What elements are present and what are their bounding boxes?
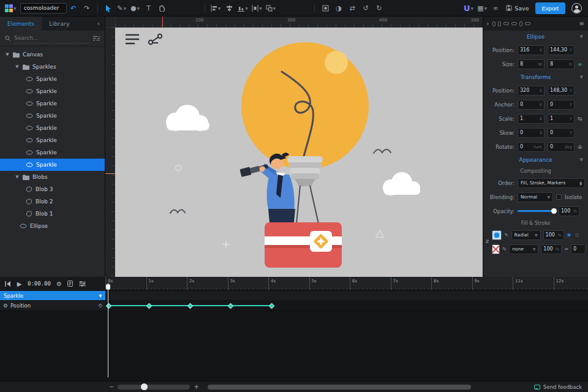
fill-color-swatch[interactable] bbox=[492, 230, 502, 240]
track-header-sparkle[interactable]: Sparkle ▼ bbox=[0, 291, 105, 300]
panel-menu-icon[interactable]: ≡ bbox=[579, 20, 585, 27]
chevron-down-icon[interactable]: ▼ bbox=[99, 293, 102, 298]
timeline-settings-button[interactable]: ⚙ bbox=[54, 277, 64, 290]
stroke-color-swatch[interactable] bbox=[492, 244, 500, 254]
cloud-right[interactable] bbox=[383, 172, 420, 195]
tree-item[interactable]: Sparkle bbox=[0, 134, 105, 146]
transform-y-input[interactable]: 148,30Y bbox=[548, 86, 575, 96]
basket[interactable] bbox=[265, 222, 342, 268]
keyframe-editor-button[interactable] bbox=[66, 277, 76, 290]
stroke-width-icon[interactable]: ≡ bbox=[564, 248, 568, 250]
chevron-down-icon[interactable]: ▼ bbox=[15, 175, 20, 179]
play-button[interactable]: ▶ bbox=[14, 277, 24, 290]
timeline-zoom-slider[interactable] bbox=[118, 385, 190, 390]
pen-tool-button[interactable]: ✎▼ bbox=[115, 0, 129, 17]
rotate-cw-button[interactable]: ↻ bbox=[372, 0, 386, 17]
opacity-input[interactable]: 100 % bbox=[559, 206, 579, 216]
fill-opacity-input[interactable]: 100 % bbox=[543, 230, 564, 240]
slider-knob[interactable] bbox=[551, 208, 557, 214]
scale-x-input[interactable]: 1X bbox=[518, 114, 545, 124]
isolate-checkbox[interactable] bbox=[556, 194, 562, 200]
rotate-deg-input[interactable]: 0deg bbox=[548, 142, 575, 152]
flip-button[interactable]: ⇄ bbox=[345, 0, 359, 17]
align-bottom-button[interactable]: ▼ bbox=[236, 0, 250, 17]
preset-icon[interactable] bbox=[519, 21, 522, 26]
keyframe-track[interactable] bbox=[105, 301, 588, 310]
tree-item-folder[interactable]: ▼ Sparkles bbox=[0, 61, 105, 73]
keyframe-diamond[interactable] bbox=[105, 303, 111, 309]
star-outline-icon[interactable]: ☆ bbox=[575, 232, 580, 238]
vertical-ruler[interactable] bbox=[105, 28, 115, 277]
share-nodes-icon[interactable] bbox=[149, 34, 162, 44]
tree-item-selected[interactable]: Sparkle bbox=[0, 159, 105, 171]
edit-stroke-icon[interactable]: ✎ bbox=[502, 246, 507, 252]
scale-y-input[interactable]: 1Y bbox=[548, 114, 575, 124]
sparkle-triangle[interactable] bbox=[376, 230, 384, 238]
tree-item[interactable]: Sparkle bbox=[0, 85, 105, 97]
link-dimensions-icon[interactable]: ∞ bbox=[578, 61, 582, 67]
mask-button[interactable] bbox=[318, 0, 332, 17]
rotate-ccw-button[interactable]: ↺ bbox=[359, 0, 372, 17]
zoom-in-button[interactable]: + bbox=[190, 383, 202, 390]
tree-item[interactable]: Blob 1 bbox=[0, 208, 105, 220]
tree-item[interactable]: Sparkle bbox=[0, 110, 105, 122]
section-ellipse[interactable]: Ellipse ▼ bbox=[483, 31, 588, 43]
tree-item-folder[interactable]: ▼ Blobs bbox=[0, 171, 105, 183]
transform-x-input[interactable]: 320X bbox=[518, 86, 545, 96]
fill-type-select[interactable]: Radial ▼ bbox=[511, 230, 541, 240]
align-left-button[interactable]: ▼ bbox=[209, 0, 223, 17]
section-appearance[interactable]: Appearance ▼ bbox=[483, 154, 588, 166]
keyframe-diamond[interactable] bbox=[146, 303, 153, 309]
rotate-turn-input[interactable]: 0turn bbox=[518, 142, 545, 152]
grid-view-button[interactable]: ▦▼ bbox=[475, 0, 489, 17]
playhead[interactable] bbox=[108, 283, 108, 377]
tree-item[interactable]: Sparkle bbox=[0, 97, 105, 110]
edit-fill-icon[interactable]: ✎ bbox=[504, 232, 509, 238]
stroke-opacity-input[interactable]: 100 % bbox=[541, 244, 562, 254]
rotate-pivot-icon[interactable]: ⊕ bbox=[578, 144, 582, 150]
anchor-x-input[interactable]: 0X bbox=[518, 100, 545, 110]
zoom-out-button[interactable]: − bbox=[105, 383, 118, 390]
preset-icon[interactable] bbox=[503, 22, 509, 25]
bird-icon[interactable] bbox=[374, 149, 391, 153]
cloud-left[interactable] bbox=[166, 105, 209, 131]
tree-item[interactable]: Ellipse bbox=[0, 220, 105, 232]
tree-item[interactable]: Blob 3 bbox=[0, 183, 105, 195]
distribute-button[interactable]: ▼ bbox=[250, 0, 264, 17]
property-header-position[interactable]: Position ◇ bbox=[0, 301, 105, 310]
select-tool-button[interactable] bbox=[102, 0, 115, 17]
tab-elements[interactable]: Elements bbox=[0, 17, 42, 31]
position-y-input[interactable]: 144,30 Y bbox=[548, 45, 575, 55]
project-name-input[interactable] bbox=[20, 3, 67, 13]
slider-knob[interactable] bbox=[141, 383, 148, 390]
keyframe-diamond[interactable] bbox=[228, 303, 234, 309]
preset-icon[interactable] bbox=[492, 21, 496, 26]
stroke-width-input[interactable]: 0 bbox=[571, 244, 586, 254]
order-select[interactable]: Fill, Stroke, Markers ▲▼ bbox=[518, 178, 585, 188]
export-button[interactable]: Export bbox=[535, 2, 565, 14]
preset-icon[interactable] bbox=[511, 22, 517, 25]
brand-menu-button[interactable]: U ▼ bbox=[462, 0, 475, 17]
preset-icon[interactable] bbox=[525, 22, 530, 25]
sparkle-plus[interactable] bbox=[223, 241, 229, 247]
skew-x-input[interactable]: 0X bbox=[518, 128, 545, 138]
chevron-down-icon[interactable]: ▼ bbox=[15, 64, 20, 69]
tree-item[interactable]: Blob 2 bbox=[0, 195, 105, 208]
ruler-corner[interactable] bbox=[105, 17, 115, 28]
filter-icon[interactable] bbox=[93, 36, 100, 41]
group-button[interactable]: ▼ bbox=[264, 0, 278, 17]
canvas-artboard[interactable] bbox=[115, 28, 483, 277]
link-scale-icon[interactable]: ⇆ bbox=[578, 116, 582, 122]
hand-tool-button[interactable] bbox=[156, 0, 169, 17]
blending-select[interactable]: Normal ▼ bbox=[518, 192, 553, 202]
keyframe-diamond[interactable] bbox=[268, 303, 274, 309]
swap-fill-stroke-icon[interactable]: ⇵ bbox=[485, 239, 489, 244]
shape-tool-button[interactable]: ●▼ bbox=[129, 0, 142, 17]
undo-button[interactable]: ↶ bbox=[67, 0, 80, 17]
tree-item-canvas[interactable]: ▼ Canvas bbox=[0, 48, 105, 61]
timeline-scrollbar[interactable] bbox=[208, 385, 471, 390]
collapse-panel-button[interactable]: ‹ bbox=[92, 17, 105, 31]
size-height-input[interactable]: 8 H bbox=[548, 59, 575, 69]
tab-library[interactable]: Library bbox=[42, 17, 77, 31]
tree-item[interactable]: Sparkle bbox=[0, 73, 105, 85]
